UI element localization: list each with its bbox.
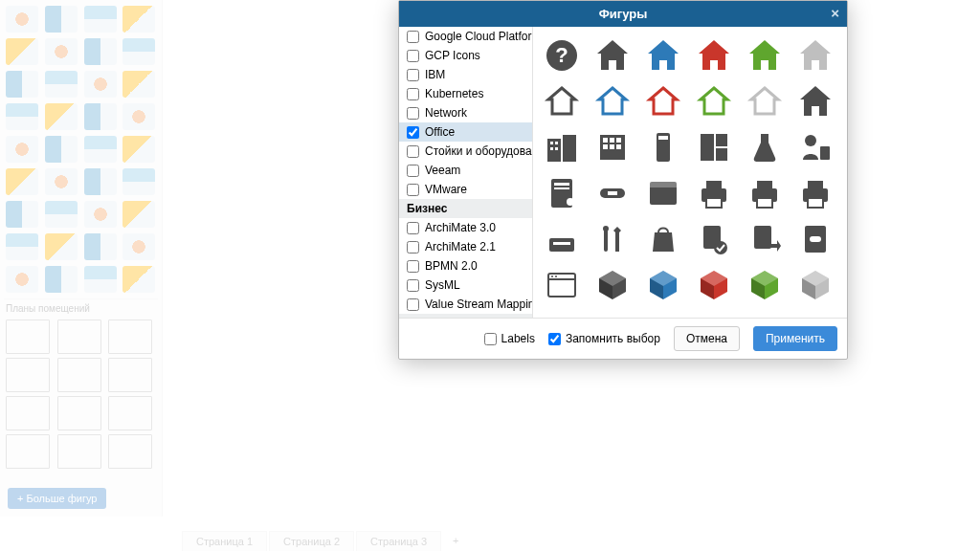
- category-label: ArchiMate 2.1: [425, 240, 496, 253]
- category-item[interactable]: ArchiMate 2.1: [399, 237, 532, 256]
- more-shapes-button[interactable]: + Больше фигур: [8, 488, 106, 509]
- category-checkbox[interactable]: [407, 88, 419, 100]
- category-item[interactable]: VMware: [399, 180, 532, 199]
- cube-icon[interactable]: [693, 266, 735, 304]
- sidebar-section-floorplan: Планы помещений: [4, 298, 158, 318]
- category-checkbox[interactable]: [407, 165, 419, 177]
- house-outline-icon[interactable]: [744, 82, 786, 121]
- remember-checkbox[interactable]: Запомнить выбор: [548, 332, 660, 345]
- category-item[interactable]: Стойки и оборудова...: [399, 142, 532, 161]
- category-label: Network: [425, 106, 467, 120]
- labels-checkbox-label: Labels: [501, 332, 535, 345]
- server-icon[interactable]: [642, 128, 684, 166]
- cube-icon[interactable]: [794, 266, 836, 304]
- flask-icon[interactable]: [744, 128, 786, 166]
- house-outline-icon[interactable]: [642, 82, 684, 121]
- shopping-bag-icon[interactable]: [642, 220, 684, 258]
- tray-icon[interactable]: [541, 220, 583, 258]
- category-label: IBM: [425, 68, 445, 81]
- layout-icon[interactable]: [693, 128, 735, 166]
- house-icon[interactable]: [744, 36, 786, 75]
- cube-icon[interactable]: [591, 266, 634, 304]
- category-label: Google Cloud Platform: [425, 30, 532, 43]
- tools-icon[interactable]: [591, 220, 634, 258]
- page-tabs: Страница 1 Страница 2 Страница 3 +: [182, 531, 469, 551]
- category-item[interactable]: BPMN 2.0: [399, 256, 532, 276]
- page-tab[interactable]: Страница 2: [269, 531, 354, 551]
- cancel-button[interactable]: Отмена: [674, 326, 740, 351]
- user-book-icon[interactable]: [794, 128, 836, 166]
- cube-icon[interactable]: [744, 266, 786, 304]
- dialog-title-text: Фигуры: [599, 7, 648, 21]
- house-outline-icon[interactable]: [591, 82, 634, 121]
- category-label: VMware: [425, 183, 467, 196]
- doc-arrow-icon[interactable]: [744, 220, 786, 258]
- category-item[interactable]: Kubernetes: [399, 84, 532, 103]
- close-icon[interactable]: ×: [831, 5, 839, 21]
- category-label: Kubernetes: [425, 87, 483, 100]
- house-icon[interactable]: [591, 36, 634, 75]
- printer-mail-icon[interactable]: [794, 174, 836, 212]
- category-checkbox[interactable]: [407, 31, 419, 43]
- category-list[interactable]: Google Cloud PlatformGCP IconsIBMKuberne…: [399, 27, 533, 318]
- category-label: ArchiMate 3.0: [425, 221, 496, 234]
- category-checkbox[interactable]: [407, 145, 419, 158]
- buildings-icon[interactable]: [541, 128, 583, 166]
- category-checkbox[interactable]: [407, 69, 419, 81]
- category-label: GCP Icons: [425, 49, 480, 62]
- category-label: BPMN 2.0: [425, 259, 478, 273]
- category-item[interactable]: GCP Icons: [399, 46, 532, 65]
- dialog-title: Фигуры ×: [399, 1, 847, 27]
- window-icon[interactable]: [541, 266, 583, 304]
- cube-icon[interactable]: [642, 266, 684, 304]
- category-checkbox[interactable]: [407, 222, 419, 234]
- category-label: Veeam: [425, 164, 460, 177]
- page-tab[interactable]: Страница 1: [182, 531, 267, 551]
- printer-icon[interactable]: [693, 174, 735, 212]
- category-checkbox[interactable]: [407, 50, 419, 62]
- house-icon[interactable]: [642, 36, 684, 75]
- category-checkbox[interactable]: [407, 241, 419, 253]
- category-item[interactable]: ArchiMate 3.0: [399, 218, 532, 237]
- labels-checkbox[interactable]: Labels: [484, 332, 535, 345]
- dialog-footer: Labels Запомнить выбор Отмена Применить: [399, 318, 847, 359]
- category-label: Office: [425, 125, 455, 139]
- category-checkbox[interactable]: [407, 298, 419, 311]
- clipboard-key-icon[interactable]: [541, 174, 583, 212]
- category-item[interactable]: Network: [399, 103, 532, 122]
- category-checkbox[interactable]: [407, 260, 419, 273]
- page-tab[interactable]: Страница 3: [356, 531, 441, 551]
- category-checkbox[interactable]: [407, 184, 419, 196]
- doc-check-icon[interactable]: [693, 220, 735, 258]
- category-item[interactable]: Google Cloud Platform: [399, 27, 532, 46]
- house-outline-icon[interactable]: [693, 82, 735, 121]
- help-circle-icon[interactable]: [541, 36, 583, 75]
- window-tabs-icon[interactable]: [642, 174, 684, 212]
- remember-checkbox-label: Запомнить выбор: [566, 332, 660, 345]
- shapes-sidebar: Планы помещений + Больше фигур: [0, 0, 163, 517]
- category-group-header: Бизнес: [399, 199, 532, 218]
- category-item[interactable]: Office: [399, 122, 532, 142]
- category-checkbox[interactable]: [407, 107, 419, 120]
- add-page-button[interactable]: +: [443, 531, 468, 551]
- doc-link-icon[interactable]: [794, 220, 836, 258]
- house-icon[interactable]: [693, 36, 735, 75]
- remember-checkbox-input[interactable]: [548, 333, 561, 345]
- building-grid-icon[interactable]: [591, 128, 634, 166]
- shapes-dialog: Фигуры × Google Cloud PlatformGCP IconsI…: [398, 0, 848, 360]
- house-outline-icon[interactable]: [541, 82, 583, 121]
- category-checkbox[interactable]: [407, 279, 419, 292]
- category-item[interactable]: IBM: [399, 65, 532, 84]
- shape-preview-grid[interactable]: [533, 27, 847, 318]
- category-item[interactable]: SysML: [399, 276, 532, 295]
- link-icon[interactable]: [591, 174, 634, 212]
- house-icon[interactable]: [794, 82, 836, 121]
- category-label: Стойки и оборудова...: [425, 144, 532, 158]
- category-checkbox[interactable]: [407, 126, 419, 139]
- labels-checkbox-input[interactable]: [484, 333, 497, 345]
- printer-icon[interactable]: [744, 174, 786, 212]
- house-icon[interactable]: [794, 36, 836, 75]
- category-item[interactable]: Value Stream Mapping: [399, 295, 532, 314]
- apply-button[interactable]: Применить: [753, 326, 837, 351]
- category-item[interactable]: Veeam: [399, 161, 532, 180]
